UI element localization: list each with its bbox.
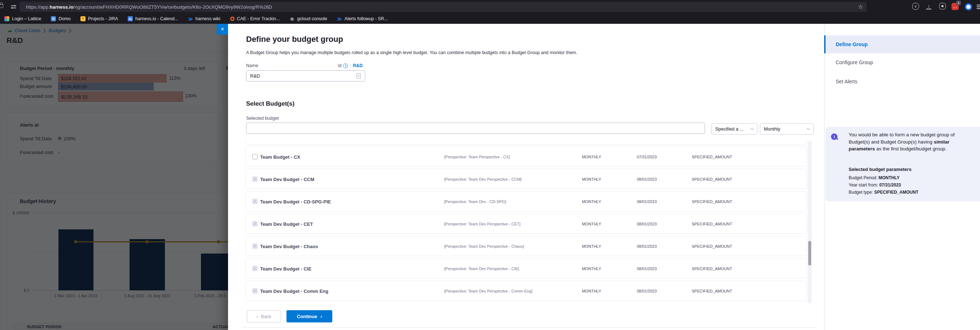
budget-row[interactable]: Team Dev Budget - CIE [Perspective: Team… bbox=[245, 258, 807, 278]
bookmark-item[interactable]: Domo bbox=[51, 16, 70, 21]
chevron-down-icon bbox=[751, 127, 754, 130]
budget-start-date: 08/01/2023 bbox=[637, 177, 657, 181]
bookmark-favicon bbox=[4, 16, 10, 21]
row-checkbox[interactable] bbox=[252, 221, 258, 227]
bookmark-favicon bbox=[81, 16, 86, 21]
param-budget-period: Budget Period: MONTHLY bbox=[849, 175, 899, 180]
close-button[interactable]: × bbox=[217, 24, 228, 35]
budget-type: SPECIFIED_AMOUNT bbox=[692, 267, 732, 271]
bookmark-item[interactable]: CAE - Error Trackin... bbox=[230, 16, 280, 21]
url-bar[interactable]: https://app.harness.io/ng/account/wFHXHD… bbox=[19, 2, 867, 12]
bookmark-label: CAE - Error Trackin... bbox=[237, 16, 280, 21]
budget-type: SPECIFIED_AMOUNT bbox=[692, 177, 732, 181]
budget-start-date: 08/01/2023 bbox=[637, 222, 657, 226]
browser-toolbar: https://app.harness.io/ng/account/wFHXHD… bbox=[0, 0, 980, 14]
selected-budget-input[interactable] bbox=[246, 123, 705, 134]
row-checkbox[interactable] bbox=[252, 154, 258, 159]
budget-period: MONTHLY bbox=[582, 244, 601, 249]
input-addon-icon[interactable] bbox=[356, 73, 361, 79]
bookmark-label: Projects - JIRA bbox=[88, 16, 118, 21]
bookmark-label: Domo bbox=[59, 16, 70, 21]
id-info-icon[interactable]: i bbox=[343, 63, 348, 68]
list-scrollbar-thumb[interactable] bbox=[808, 241, 811, 265]
drawer-subtitle: A Budget Group helps you manage multiple… bbox=[246, 50, 578, 55]
back-button[interactable]: ‹ Back bbox=[247, 310, 281, 322]
budget-row[interactable]: Team Dev Budget - Comm Eng [Perspective:… bbox=[245, 281, 807, 301]
drawer-title: Define your budget group bbox=[246, 35, 343, 44]
pocket-icon[interactable]: ∨ bbox=[912, 3, 919, 10]
budget-start-date: 08/01/2023 bbox=[637, 200, 657, 204]
bookmark-item[interactable]: Projects - JIRA bbox=[81, 16, 118, 21]
id-colon: : bbox=[350, 63, 351, 68]
row-checkbox[interactable] bbox=[252, 243, 258, 249]
step-define-group[interactable]: Define Group bbox=[824, 35, 980, 53]
name-label: Name bbox=[246, 63, 258, 68]
bookmark-label: gcloud console bbox=[297, 16, 327, 21]
params-header: Selected budget parameters bbox=[849, 167, 912, 172]
bookmark-item[interactable]: gcloud console bbox=[290, 16, 327, 21]
bookmark-favicon bbox=[51, 16, 56, 21]
budget-row[interactable]: Team Dev Budget - CET [Perspective: Team… bbox=[245, 214, 807, 234]
bookmark-label: Login – Lattice bbox=[12, 16, 41, 21]
step-configure-group[interactable]: Configure Group bbox=[836, 60, 873, 65]
info-text: You would be able to form a new budget g… bbox=[849, 131, 974, 152]
budget-type: SPECIFIED_AMOUNT bbox=[692, 155, 732, 159]
bookmark-item[interactable]: Alerts followup - SR... bbox=[337, 16, 388, 21]
menu-icon[interactable] bbox=[976, 3, 980, 11]
budget-period-filter[interactable]: Monthly bbox=[760, 123, 814, 135]
password-manager-icon[interactable]: 1 bbox=[951, 3, 959, 10]
drawer-bottom-divider bbox=[242, 327, 816, 328]
bookmark-label: harness wiki bbox=[196, 16, 221, 21]
screen: https://app.harness.io/ng/account/wFHXHD… bbox=[0, 0, 980, 330]
permissions-icon[interactable] bbox=[11, 5, 16, 9]
info-bubble-icon: i bbox=[831, 133, 837, 140]
budget-period: MONTHLY bbox=[582, 267, 601, 271]
bookmarks-bar: Login – Lattice Domo Projects - JIRA har… bbox=[0, 14, 980, 24]
budget-name: Team Dev Budget - CD-SPG-PIE bbox=[260, 199, 331, 205]
extensions-icon[interactable] bbox=[939, 3, 946, 10]
bookmark-item[interactable]: Login – Lattice bbox=[4, 16, 41, 21]
continue-button[interactable]: Continue › bbox=[286, 310, 332, 322]
bookmark-favicon bbox=[337, 16, 342, 21]
bookmark-favicon bbox=[188, 16, 193, 21]
budget-period: MONTHLY bbox=[582, 222, 601, 226]
budget-name: Team Dev Budget - Comm Eng bbox=[260, 289, 328, 294]
lock-icon[interactable] bbox=[0, 4, 3, 8]
budget-perspective: [Perspective: Team Dev - CD-SPG] bbox=[444, 200, 506, 204]
budget-row[interactable]: Team Dev Budget - CCM [Perspective: Team… bbox=[245, 169, 807, 189]
budget-perspective: [Perspective: Team Dev Perspective - CIE… bbox=[444, 267, 519, 271]
budget-row[interactable]: Team Dev Budget - CD-SPG-PIE [Perspectiv… bbox=[245, 191, 807, 211]
budget-list: Team Budget - CX [Perspective: Team Pers… bbox=[245, 146, 807, 303]
name-input[interactable] bbox=[246, 70, 365, 81]
bookmark-label: harness.io - Calend... bbox=[135, 16, 178, 21]
budget-type: SPECIFIED_AMOUNT bbox=[692, 244, 732, 249]
download-icon[interactable]: ↓ bbox=[926, 3, 931, 10]
chevron-right-icon: › bbox=[320, 314, 322, 319]
row-checkbox[interactable] bbox=[252, 176, 258, 182]
budget-type-filter[interactable]: Specified a ... bbox=[711, 123, 757, 135]
step-set-alerts[interactable]: Set Alerts bbox=[836, 79, 858, 84]
budget-type: SPECIFIED_AMOUNT bbox=[692, 200, 732, 204]
row-checkbox[interactable] bbox=[252, 199, 258, 204]
info-panel: i You would be able to form a new budget… bbox=[826, 127, 980, 201]
budget-start-date: 08/01/2023 bbox=[637, 244, 657, 249]
bookmark-item[interactable]: harness.io - Calend... bbox=[128, 16, 178, 21]
row-checkbox[interactable] bbox=[252, 288, 258, 294]
budget-name: Team Dev Budget - CET bbox=[260, 221, 313, 227]
selected-budget-label: Selected budget bbox=[246, 116, 278, 121]
budget-name: Team Dev Budget - Chaos bbox=[260, 244, 318, 249]
list-scrollbar-track[interactable] bbox=[808, 141, 812, 304]
budget-name: Team Budget - CX bbox=[260, 154, 300, 160]
budget-start-date: 08/01/2023 bbox=[637, 289, 657, 293]
budget-perspective: [Perspective: Team Dev Perspective - CET… bbox=[444, 222, 520, 226]
id-label: Id bbox=[338, 63, 341, 68]
row-checkbox[interactable] bbox=[252, 266, 258, 271]
budget-type: SPECIFIED_AMOUNT bbox=[692, 222, 732, 226]
bookmark-favicon bbox=[290, 16, 294, 21]
bookmark-item[interactable]: harness wiki bbox=[188, 16, 221, 21]
bookmark-star-icon[interactable]: ☆ bbox=[858, 4, 863, 10]
budget-row[interactable]: Team Budget - CX [Perspective: Team Pers… bbox=[245, 146, 807, 167]
budget-row[interactable]: Team Dev Budget - Chaos [Perspective: Te… bbox=[245, 236, 807, 256]
id-row: Id i : R&D bbox=[338, 63, 363, 68]
account-icon[interactable] bbox=[964, 3, 972, 11]
